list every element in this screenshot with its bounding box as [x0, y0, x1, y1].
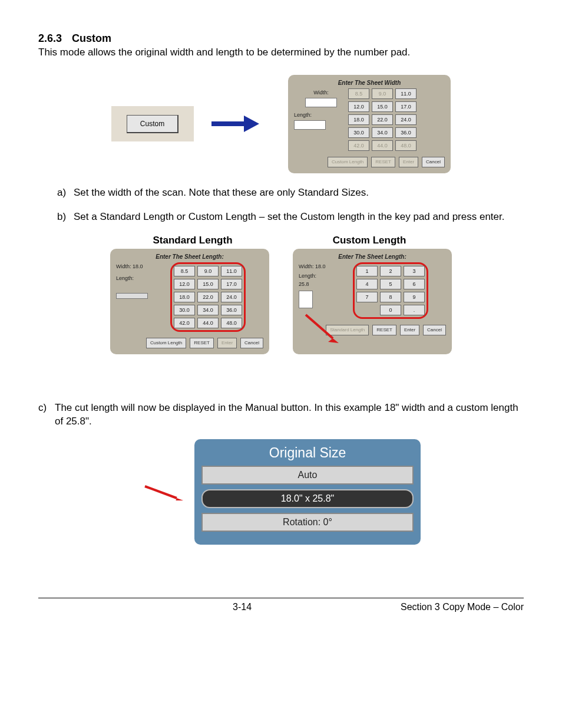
- custom-button-label: Custom: [140, 120, 164, 128]
- size-btn[interactable]: 34.0: [197, 305, 219, 315]
- step-a: a) Set the width of the scan. Note that …: [57, 186, 524, 200]
- width-panel: Enter The Sheet Width Width: Length: 8.5…: [288, 75, 451, 173]
- key-btn[interactable]: 2: [380, 266, 401, 276]
- reset-button[interactable]: RESET: [372, 325, 396, 335]
- size-btn[interactable]: 36.0: [221, 305, 242, 315]
- original-size-title: Original Size: [201, 445, 414, 461]
- size-btn[interactable]: 44.0: [197, 318, 219, 328]
- size-btn[interactable]: 9.0: [197, 266, 219, 276]
- arrow-right-icon: [141, 483, 189, 500]
- size-btn[interactable]: 34.0: [372, 127, 393, 138]
- cancel-button[interactable]: Cancel: [422, 157, 445, 167]
- cust-panel-title: Enter The Sheet Length:: [299, 253, 446, 260]
- size-btn[interactable]: 11.0: [395, 88, 416, 99]
- standard-length-heading: Standard Length: [116, 235, 269, 246]
- std-width-line: Width: 18.0: [116, 263, 170, 269]
- length-label: Length:: [294, 112, 348, 118]
- size-btn[interactable]: 11.0: [221, 266, 242, 276]
- rotation-button[interactable]: Rotation: 0°: [201, 513, 414, 532]
- footer-section: Section 3 Copy Mode – Color: [401, 602, 524, 612]
- reset-button[interactable]: RESET: [371, 157, 395, 167]
- size-btn[interactable]: 18.0: [174, 292, 195, 302]
- width-panel-title: Enter The Sheet Width: [294, 80, 445, 86]
- custom-length-panel: Enter The Sheet Length: Width: 18.0 Leng…: [293, 249, 452, 354]
- arrow-diagonal-icon: [303, 312, 345, 347]
- key-btn[interactable]: 1: [356, 266, 378, 276]
- standard-length-panel: Enter The Sheet Length: Width: 18.0 Leng…: [110, 249, 269, 354]
- size-btn[interactable]: 22.0: [197, 292, 219, 302]
- size-btn[interactable]: 17.0: [395, 101, 416, 112]
- size-button[interactable]: 18.0" x 25.8": [201, 489, 414, 508]
- heading-number: 2.6.3: [38, 32, 62, 44]
- cust-width-line: Width: 18.0: [299, 263, 353, 269]
- highlight-frame-icon: 1 2 3 4 5 6 7 8 9 0 .: [353, 262, 428, 319]
- cust-length-value: 25.8: [299, 281, 353, 287]
- size-btn[interactable]: 48.0: [395, 140, 416, 151]
- custom-button-wrap: Custom: [111, 106, 194, 141]
- cancel-button[interactable]: Cancel: [240, 338, 263, 348]
- size-btn[interactable]: 42.0: [348, 140, 369, 151]
- size-btn[interactable]: 18.0: [348, 114, 369, 125]
- step-c: c) The cut length will now be displayed …: [38, 401, 524, 429]
- cust-length-label: Length:: [299, 273, 353, 279]
- width-input[interactable]: [305, 98, 337, 107]
- key-btn[interactable]: 6: [404, 279, 425, 289]
- std-panel-title: Enter The Sheet Length:: [116, 253, 263, 260]
- size-btn[interactable]: 24.0: [221, 292, 242, 302]
- svg-marker-1: [328, 338, 339, 343]
- key-btn[interactable]: 0: [380, 305, 401, 315]
- size-btn[interactable]: 15.0: [197, 279, 219, 289]
- size-btn[interactable]: 17.0: [221, 279, 242, 289]
- svg-line-2: [145, 486, 177, 498]
- width-label: Width:: [294, 90, 348, 95]
- enter-button[interactable]: Enter: [217, 338, 237, 348]
- list-marker: a): [57, 186, 74, 200]
- original-size-panel: Original Size Auto 18.0" x 25.8" Rotatio…: [194, 439, 421, 545]
- size-btn[interactable]: 42.0: [174, 318, 195, 328]
- size-btn[interactable]: 12.0: [348, 101, 369, 112]
- size-btn[interactable]: 8.5: [348, 88, 369, 99]
- enter-button[interactable]: Enter: [399, 157, 418, 167]
- size-btn[interactable]: 30.0: [348, 127, 369, 138]
- custom-button[interactable]: Custom: [127, 115, 178, 133]
- size-btn[interactable]: 12.0: [174, 279, 195, 289]
- size-btn[interactable]: 8.5: [174, 266, 195, 276]
- std-length-label: Length:: [116, 275, 170, 281]
- size-btn[interactable]: 22.0: [372, 114, 393, 125]
- key-btn[interactable]: 4: [356, 279, 378, 289]
- highlight-frame-icon: 8.5 9.0 11.0 12.0 15.0 17.0 18.0 22.0 24…: [170, 262, 246, 332]
- section-heading: 2.6.3 Custom: [38, 32, 524, 45]
- auto-button[interactable]: Auto: [201, 466, 414, 485]
- enter-button[interactable]: Enter: [400, 325, 419, 335]
- page-footer: 3-14 Section 3 Copy Mode – Color: [38, 598, 524, 612]
- list-marker: b): [57, 210, 74, 224]
- key-btn[interactable]: 5: [380, 279, 401, 289]
- size-btn[interactable]: 44.0: [372, 140, 393, 151]
- key-btn[interactable]: 7: [356, 292, 378, 302]
- size-btn[interactable]: 15.0: [372, 101, 393, 112]
- heading-title: Custom: [72, 32, 111, 44]
- cancel-button[interactable]: Cancel: [423, 325, 446, 335]
- length-input[interactable]: [116, 293, 148, 299]
- length-input[interactable]: [299, 291, 313, 308]
- step-b: b) Set a Standard Length or Custom Lengt…: [57, 210, 524, 224]
- footer-page: 3-14: [233, 602, 252, 612]
- row-custom-to-width: Custom Enter The Sheet Width Width: Leng…: [38, 75, 524, 173]
- size-btn[interactable]: 48.0: [221, 318, 242, 328]
- size-btn[interactable]: 36.0: [395, 127, 416, 138]
- custom-length-button[interactable]: Custom Length: [146, 338, 186, 348]
- reset-button[interactable]: RESET: [190, 338, 214, 348]
- svg-line-0: [306, 315, 333, 338]
- intro-text: This mode allows the original width and …: [38, 46, 524, 60]
- key-btn[interactable]: 8: [380, 292, 401, 302]
- list-marker: c): [38, 401, 55, 429]
- key-btn[interactable]: 9: [404, 292, 425, 302]
- key-btn[interactable]: .: [404, 305, 425, 315]
- key-btn[interactable]: 3: [404, 266, 425, 276]
- length-input[interactable]: [294, 120, 326, 130]
- size-btn[interactable]: 24.0: [395, 114, 416, 125]
- width-size-grid: 8.5 9.0 11.0 12.0 15.0 17.0 18.0 22.0 24…: [348, 88, 416, 151]
- custom-length-button[interactable]: Custom Length: [328, 157, 368, 167]
- size-btn[interactable]: 9.0: [372, 88, 393, 99]
- size-btn[interactable]: 30.0: [174, 305, 195, 315]
